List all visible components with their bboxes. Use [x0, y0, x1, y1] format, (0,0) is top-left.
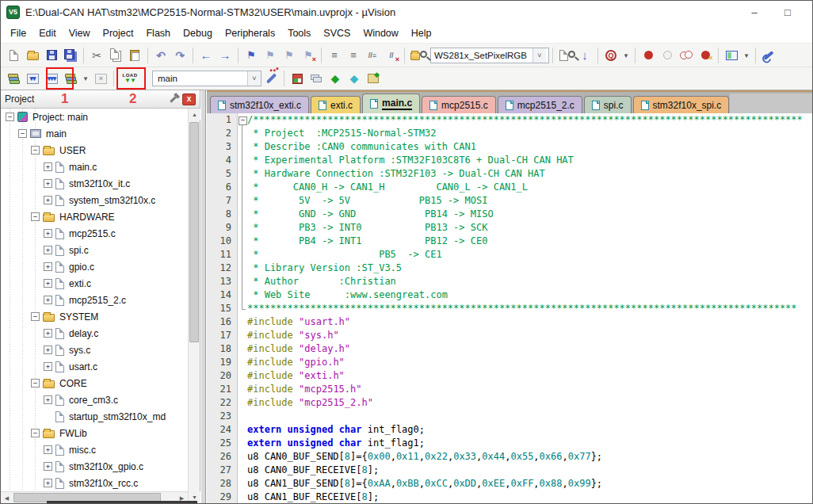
find-in-files-button[interactable]	[409, 47, 426, 64]
code-line-2[interactable]: 2 * Project :MCP2515-Normal-STM32	[207, 127, 812, 140]
collapse-icon[interactable]: −	[31, 212, 40, 221]
code-line-25[interactable]: 25extern unsigned char int_flag1;	[207, 437, 812, 450]
expand-icon[interactable]: +	[44, 395, 52, 404]
breakpoint-disable-all-button[interactable]	[678, 47, 695, 64]
code-line-12[interactable]: 12 * Library Version :ST_V3.5	[207, 262, 812, 275]
code-line-6[interactable]: 6 * CAN0_H -> CAN1_H CAN0_L -> CAN1_L	[207, 181, 812, 194]
select-software-packs-button[interactable]: ◆	[345, 70, 363, 87]
expand-icon[interactable]: +	[44, 329, 52, 338]
scroll-left-icon[interactable]: ◀	[1, 492, 13, 504]
tree-item-exti-c[interactable]: +exti.c	[1, 275, 188, 292]
stop-build-button[interactable]: ×	[92, 70, 109, 87]
code-line-19[interactable]: 19#include "gpio.h"	[207, 356, 812, 369]
batch-build-dropdown-button[interactable]: ▾	[81, 70, 90, 87]
tree-item-mcp2515-2-c[interactable]: +mcp2515_2.c	[1, 292, 188, 308]
maximize-button[interactable]: □	[776, 2, 800, 21]
code-line-3[interactable]: 3 * Describe :CAN0 communicates with CAN…	[207, 140, 812, 154]
tree-item-main-c[interactable]: +main.c	[1, 158, 188, 175]
fold-marker-icon[interactable]	[237, 113, 247, 127]
expand-icon[interactable]: +	[44, 346, 52, 354]
tree-item-stm32f10x-rcc-c[interactable]: +stm32f10x_rcc.c	[1, 475, 188, 491]
panel-splitter[interactable]	[201, 90, 206, 503]
tab-mcp2515-2-c[interactable]: mcp2515_2.c	[498, 96, 582, 113]
code-line-20[interactable]: 20#include "exti.h"	[207, 369, 812, 383]
tree-item-main[interactable]: −main	[1, 125, 188, 142]
navigate-back-button[interactable]: ←	[197, 47, 215, 64]
expand-icon[interactable]: +	[44, 362, 52, 371]
expand-icon[interactable]: +	[44, 462, 52, 471]
target-dropdown-icon[interactable]: ˅	[247, 71, 261, 86]
redo-button[interactable]: ↷	[171, 47, 189, 64]
configure-button[interactable]	[760, 47, 777, 64]
menu-view[interactable]: View	[63, 25, 97, 42]
collapse-icon[interactable]: −	[31, 379, 40, 388]
debug-windows-dropdown-button[interactable]: ▾	[742, 47, 751, 64]
close-panel-button[interactable]: x	[182, 94, 196, 105]
expand-icon[interactable]: +	[44, 179, 52, 188]
indent-button[interactable]: ≡	[345, 47, 362, 64]
tree-item-system[interactable]: −SYSTEM	[1, 308, 188, 325]
tree-item-core[interactable]: −CORE	[1, 375, 188, 391]
code-line-28[interactable]: 28u8 CAN1_BUF_SEND[8]={0xAA,0xBB,0xCC,0x…	[207, 477, 812, 491]
code-line-18[interactable]: 18#include "delay.h"	[207, 342, 812, 356]
save-all-button[interactable]	[62, 47, 79, 64]
collapse-icon[interactable]: −	[31, 429, 40, 437]
code-line-8[interactable]: 8 * GND -> GND PB14 -> MISO	[207, 208, 812, 221]
menu-debug[interactable]: Debug	[177, 25, 219, 42]
tree-item-fwlib[interactable]: −FWLib	[1, 425, 188, 441]
code-line-29[interactable]: 29u8 CAN1_BUF_RECEIVE[8];	[207, 491, 812, 503]
cut-button[interactable]: ✂	[88, 47, 105, 64]
copy-button[interactable]	[107, 47, 124, 64]
navigate-forward-button[interactable]: →	[216, 47, 234, 64]
code-line-23[interactable]: 23	[207, 410, 812, 423]
expand-icon[interactable]: +	[44, 262, 52, 271]
tree-item-system-stm32f10x-c[interactable]: +system_stm32f10x.c	[1, 192, 188, 208]
code-line-7[interactable]: 7 * 5V -> 5V PB15 -> MOSI	[207, 194, 812, 208]
collapse-icon[interactable]: −	[31, 312, 40, 321]
tab-mcp2515-c[interactable]: mcp2515.c	[422, 96, 496, 113]
comment-selection-button[interactable]: //≡	[364, 47, 381, 64]
code-line-16[interactable]: 16#include "usart.h"	[207, 315, 812, 329]
tree-item-mcp2515-c[interactable]: +mcp2515.c	[1, 225, 188, 242]
books-button[interactable]	[307, 70, 325, 87]
tree-item-gpio-c[interactable]: +gpio.c	[1, 258, 188, 275]
tree-item-core-cm3-c[interactable]: +core_cm3.c	[1, 391, 188, 408]
expand-icon[interactable]: +	[44, 445, 52, 454]
pack-installer-button[interactable]	[365, 70, 382, 87]
menu-file[interactable]: File	[4, 25, 32, 42]
tree-item-startup-stm32f10x-md[interactable]: startup_stm32f10x_md	[1, 408, 188, 425]
find-dropdown-icon[interactable]: ˅	[532, 48, 546, 63]
open-file-button[interactable]	[24, 47, 41, 64]
collapse-icon[interactable]: −	[31, 146, 40, 155]
expand-icon[interactable]: +	[44, 196, 52, 204]
tab-stm32f10x-spi-c[interactable]: stm32f10x_spi.c	[633, 96, 730, 113]
tree-item-stm32f10x-gpio-c[interactable]: +stm32f10x_gpio.c	[1, 458, 188, 475]
tab-stm32f10x-exti-c[interactable]: stm32f10x_exti.c	[210, 96, 309, 113]
expand-icon[interactable]: +	[44, 162, 52, 171]
collapse-icon[interactable]: −	[6, 113, 14, 121]
breakpoint-enable-disable-button[interactable]	[658, 47, 676, 64]
tree-item-delay-c[interactable]: +delay.c	[1, 325, 188, 342]
menu-svcs[interactable]: SVCS	[317, 25, 357, 42]
uncomment-selection-button[interactable]: //×	[383, 47, 400, 64]
code-line-14[interactable]: 14 * Web Site :www.seengreat.com	[207, 288, 812, 302]
code-line-1[interactable]: 1/**************************************…	[207, 113, 812, 127]
expand-icon[interactable]: +	[44, 296, 52, 304]
breakpoint-kill-all-button[interactable]: ×	[697, 47, 714, 64]
collapse-icon[interactable]: −	[18, 129, 27, 138]
debug-windows-button[interactable]	[723, 47, 740, 64]
code-line-27[interactable]: 27u8 CAN0_BUF_RECEIVE[8];	[207, 464, 812, 477]
bookmark-previous-button[interactable]: ⚑	[261, 47, 279, 64]
code-line-11[interactable]: 11 * PB5 -> CE1	[207, 248, 812, 262]
expand-icon[interactable]: +	[44, 279, 52, 288]
bookmark-next-button[interactable]: ⚑	[281, 47, 298, 64]
run-time-environment-button[interactable]: ◆	[326, 70, 344, 87]
tab-exti-c[interactable]: exti.c	[311, 96, 361, 113]
code-line-26[interactable]: 26u8 CAN0_BUF_SEND[8]={0x00,0x11,0x22,0x…	[207, 450, 812, 464]
code-line-13[interactable]: 13 * Author :Christian	[207, 275, 812, 288]
menu-tools[interactable]: Tools	[281, 25, 317, 42]
expand-icon[interactable]: +	[44, 479, 52, 487]
tree-item-sys-c[interactable]: +sys.c	[1, 342, 188, 358]
code-line-24[interactable]: 24extern unsigned char int_flag0;	[207, 423, 812, 437]
code-line-9[interactable]: 9 * PB3 -> INT0 PB13 -> SCK	[207, 221, 812, 235]
